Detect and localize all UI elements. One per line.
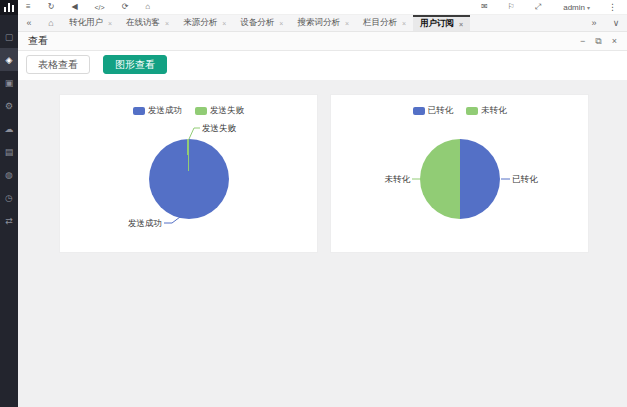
top-toolbar: ≡ ↻ ◀ </> ⟳ ⌂ ✉ ⚐ ⤢ admin ▾ ⋮ bbox=[18, 0, 627, 15]
pie-chart-conversion[interactable] bbox=[420, 139, 500, 219]
username-label: admin bbox=[563, 3, 585, 12]
tabbar-spacer bbox=[470, 15, 583, 31]
conversion-pie-card: 已转化 未转化 未转化 已转化 bbox=[330, 94, 589, 253]
legend-item-send-success[interactable]: 发送成功 bbox=[133, 105, 182, 117]
close-icon[interactable]: × bbox=[165, 20, 169, 27]
tabs-overflow-icon[interactable]: » bbox=[583, 15, 605, 31]
close-icon[interactable]: × bbox=[459, 21, 463, 28]
tab-label: 转化用户 bbox=[69, 17, 103, 29]
close-icon[interactable]: × bbox=[108, 20, 112, 27]
clock-icon: ◷ bbox=[5, 193, 13, 203]
home-icon[interactable]: ⌂ bbox=[145, 3, 150, 11]
sidebar-item-archive[interactable]: ▤ bbox=[0, 140, 18, 163]
legend-swatch-green bbox=[466, 107, 478, 115]
user-menu[interactable]: admin ▾ bbox=[563, 3, 590, 12]
legend-item-send-fail[interactable]: 发送失败 bbox=[195, 105, 244, 117]
maximize-icon[interactable]: ⧉ bbox=[595, 37, 601, 46]
code-icon[interactable]: </> bbox=[95, 4, 105, 11]
tag-icon[interactable]: ⚐ bbox=[508, 3, 515, 11]
chevron-down-icon: ▾ bbox=[587, 4, 590, 11]
close-icon[interactable]: × bbox=[279, 20, 283, 27]
legend-item-converted[interactable]: 已转化 bbox=[413, 105, 454, 117]
announce-icon[interactable]: ◀ bbox=[71, 3, 77, 11]
tab-keyword-analysis[interactable]: 搜索词分析× bbox=[290, 15, 356, 31]
tab-label: 用户订阅 bbox=[420, 18, 454, 30]
menu-icon[interactable]: ≡ bbox=[26, 3, 31, 11]
legend-swatch-blue bbox=[413, 107, 425, 115]
pie-label-unconverted: 未转化 bbox=[370, 174, 410, 184]
panel-title: 查看 bbox=[28, 34, 48, 48]
pie-label-send-success: 发送成功 bbox=[122, 218, 162, 228]
view-panel: 查看 − ⧉ × 表格查看 图形查看 发送成功 bbox=[18, 32, 627, 407]
legend-label: 未转化 bbox=[481, 105, 507, 117]
chart-view-button[interactable]: 图形查看 bbox=[103, 55, 167, 74]
tabs-dropdown-icon[interactable]: ∨ bbox=[605, 15, 627, 31]
cloud-icon: ☁ bbox=[5, 124, 14, 134]
tab-label: 搜索词分析 bbox=[297, 17, 340, 29]
refresh-icon[interactable]: ↻ bbox=[48, 3, 55, 11]
message-icon[interactable]: ✉ bbox=[481, 3, 488, 11]
table-view-button[interactable]: 表格查看 bbox=[26, 55, 90, 74]
legend: 发送成功 发送失败 bbox=[60, 105, 317, 117]
sidebar-item-clock[interactable]: ◷ bbox=[0, 186, 18, 209]
sidebar-item-cloud[interactable]: ☁ bbox=[0, 117, 18, 140]
tab-user-subscription[interactable]: 用户订阅× bbox=[413, 15, 470, 31]
tab-device-analysis[interactable]: 设备分析× bbox=[233, 15, 290, 31]
tab-conversion-users[interactable]: 转化用户× bbox=[62, 15, 119, 31]
tab-source-analysis[interactable]: 来源分析× bbox=[176, 15, 233, 31]
tab-bar: « ⌂ 转化用户× 在线访客× 来源分析× 设备分析× 搜索词分析× 栏目分析×… bbox=[18, 15, 627, 32]
tab-online-visitors[interactable]: 在线访客× bbox=[119, 15, 176, 31]
sidebar-item-lock[interactable]: ◍ bbox=[0, 163, 18, 186]
tab-home-icon[interactable]: ⌂ bbox=[40, 15, 62, 31]
sync-icon[interactable]: ⟳ bbox=[122, 3, 129, 11]
sidebar-item-monitor[interactable]: ▢ bbox=[0, 25, 18, 48]
transfer-icon: ⇄ bbox=[5, 216, 13, 226]
tab-label: 设备分析 bbox=[240, 17, 274, 29]
tab-label: 来源分析 bbox=[183, 17, 217, 29]
archive-icon: ▤ bbox=[5, 147, 14, 157]
settings-icon: ⚙ bbox=[5, 101, 13, 111]
bar-chart-logo-icon bbox=[4, 3, 14, 12]
network-icon: ◈ bbox=[6, 55, 13, 65]
view-switch-row: 表格查看 图形查看 bbox=[18, 51, 627, 80]
sidebar-item-network[interactable]: ◈ bbox=[0, 48, 18, 71]
legend-label: 已转化 bbox=[428, 105, 454, 117]
send-result-pie-card: 发送成功 发送失败 发送失败 发送成功 bbox=[59, 94, 318, 253]
minimize-icon[interactable]: − bbox=[580, 37, 585, 46]
sidebar-item-transfer[interactable]: ⇄ bbox=[0, 209, 18, 232]
more-icon[interactable]: ⋮ bbox=[608, 2, 617, 12]
tab-label: 在线访客 bbox=[126, 17, 160, 29]
tab-label: 栏目分析 bbox=[363, 17, 397, 29]
monitor-icon: ▢ bbox=[5, 32, 14, 42]
main-column: ≡ ↻ ◀ </> ⟳ ⌂ ✉ ⚐ ⤢ admin ▾ ⋮ « ⌂ 转化用户× … bbox=[18, 0, 627, 407]
close-icon[interactable]: × bbox=[222, 20, 226, 27]
charts-area: 发送成功 发送失败 发送失败 发送成功 bbox=[18, 80, 627, 407]
close-icon[interactable]: × bbox=[345, 20, 349, 27]
legend-label: 发送失败 bbox=[210, 105, 244, 117]
sidebar-item-settings[interactable]: ⚙ bbox=[0, 94, 18, 117]
pie-label-converted: 已转化 bbox=[512, 174, 538, 184]
legend: 已转化 未转化 bbox=[331, 105, 588, 117]
legend-swatch-green bbox=[195, 107, 207, 115]
pie-label-send-fail: 发送失败 bbox=[202, 123, 236, 133]
close-icon[interactable]: × bbox=[612, 37, 617, 46]
legend-item-unconverted[interactable]: 未转化 bbox=[466, 105, 507, 117]
sidebar: ▢ ◈ ▣ ⚙ ☁ ▤ ◍ ◷ ⇄ bbox=[0, 0, 18, 407]
legend-swatch-blue bbox=[133, 107, 145, 115]
tab-column-analysis[interactable]: 栏目分析× bbox=[356, 15, 413, 31]
sidebar-item-image[interactable]: ▣ bbox=[0, 71, 18, 94]
lock-icon: ◍ bbox=[5, 170, 13, 180]
app-logo[interactable] bbox=[0, 0, 18, 15]
tabs-collapse-icon[interactable]: « bbox=[18, 15, 40, 31]
panel-header: 查看 − ⧉ × bbox=[18, 32, 627, 51]
app-window: ▢ ◈ ▣ ⚙ ☁ ▤ ◍ ◷ ⇄ ≡ ↻ ◀ </> ⟳ ⌂ ✉ ⚐ ⤢ ad… bbox=[0, 0, 627, 407]
legend-label: 发送成功 bbox=[148, 105, 182, 117]
fullscreen-icon[interactable]: ⤢ bbox=[535, 3, 541, 11]
image-icon: ▣ bbox=[5, 78, 14, 88]
close-icon[interactable]: × bbox=[402, 20, 406, 27]
pie-chart-send-result[interactable] bbox=[149, 139, 229, 219]
